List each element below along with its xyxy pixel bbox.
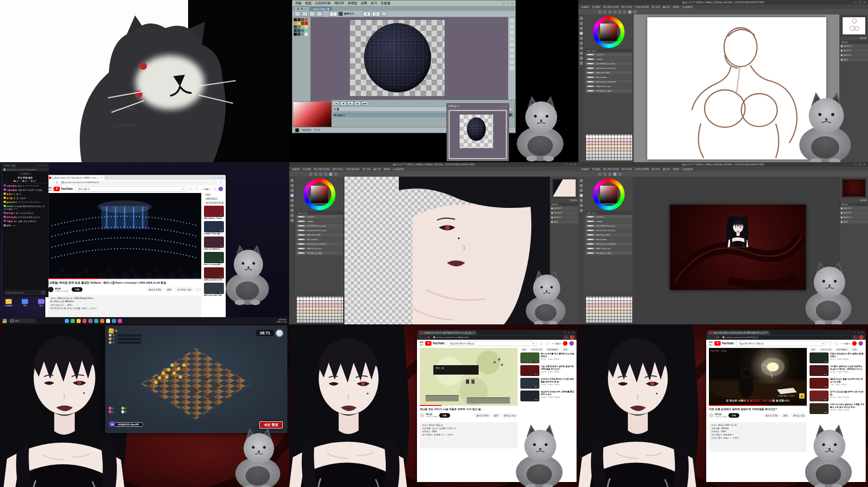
eraser-tool-icon[interactable] (580, 47, 583, 50)
opacity-input[interactable]: 1 (330, 12, 337, 16)
brush-item[interactable]: FN개월 펜선 번짐 (296, 251, 343, 256)
tab-close-icon[interactable]: × (473, 332, 475, 334)
brush-item[interactable]: scrbble (296, 219, 343, 224)
palette-swatch[interactable] (294, 29, 297, 32)
menu-item[interactable]: 필터(I) (663, 5, 670, 9)
chat-nickname[interactable]: 밤수집가 (6, 212, 15, 214)
channel-avatar[interactable] (48, 287, 53, 292)
user-avatar[interactable] (858, 341, 863, 346)
brush-item[interactable]: RAW Classic pen (585, 246, 632, 251)
layer-row[interactable]: 레이어 3 (840, 44, 868, 48)
filter-chip[interactable]: 나머지 쇼츠 (819, 348, 833, 351)
mic-icon[interactable] (194, 187, 199, 191)
layer-row[interactable]: 용지 (840, 58, 868, 62)
layer-visibility-icon[interactable] (841, 212, 843, 214)
create-button[interactable]: ＋ 만들기 (841, 342, 850, 345)
gradient-tool-icon[interactable] (580, 57, 583, 60)
brush-item[interactable]: smooth 2 (296, 215, 343, 219)
menu-item[interactable]: 선택 범위(S) (635, 5, 649, 9)
color-square[interactable] (600, 186, 617, 203)
palette-swatch[interactable] (297, 18, 301, 21)
command-icon[interactable] (633, 10, 636, 14)
text-tool-icon[interactable] (291, 219, 294, 222)
clear-search-icon[interactable]: × (533, 342, 534, 345)
filter-chip[interactable]: 추천 (562, 348, 569, 351)
search-button[interactable] (828, 341, 833, 346)
color-square[interactable] (600, 24, 617, 41)
menu-item[interactable]: 표시(V) (651, 5, 659, 9)
pen-tool-icon[interactable] (580, 32, 583, 35)
video-thumbnail[interactable]: 8:55 (204, 252, 224, 263)
action-button[interactable]: 좋아요 4.4천 (146, 287, 163, 292)
taskbar-app-icon[interactable] (65, 319, 69, 323)
move-tool-icon[interactable] (291, 184, 294, 187)
tab-sprite-0001[interactable]: Sprite-0001 (310, 7, 332, 11)
video-player-concert[interactable] (48, 193, 201, 279)
color-picker-gradient[interactable] (293, 101, 332, 127)
menu-item[interactable]: 레이어(L) (621, 168, 632, 171)
pixel-perfect-toggle[interactable] (381, 11, 387, 16)
layer-row[interactable]: 레이어 2 (840, 211, 868, 215)
chat-input[interactable]: 채팅을 입력해주세요 (4, 290, 47, 295)
extensions-icon[interactable] (564, 335, 568, 340)
tab-close-icon[interactable]: × (767, 332, 768, 334)
palette-swatch[interactable] (301, 22, 304, 25)
palette-swatch[interactable] (297, 29, 301, 32)
profile-icon[interactable] (570, 335, 574, 340)
related-video[interactable]: 22:07 당신에게 빙의한 저주, 문화재를 훔친 SCP 이야기데다인 · … (520, 391, 575, 401)
layer-row[interactable]: 레이어 2 (840, 48, 868, 53)
video-thumbnail[interactable]: 16:20 (810, 391, 829, 401)
command-icon[interactable] (618, 173, 621, 176)
related-video[interactable]: 8:55 Rain's Coming 월드투어 직캠 (204, 252, 224, 265)
preview-window-controls[interactable]: ▫ ▫ × (500, 105, 507, 108)
video-player-rpg[interactable]: 보는 내 (420, 348, 518, 406)
pencil-tool-icon[interactable] (509, 30, 514, 35)
csp-canvas[interactable] (344, 177, 550, 324)
search-button[interactable] (188, 187, 193, 191)
brush-item[interactable]: AOPaintery Oil-Style B (585, 242, 632, 246)
move-tool-icon[interactable] (509, 60, 514, 64)
command-icon[interactable] (324, 173, 327, 176)
palette-swatch[interactable] (294, 22, 297, 25)
menu-item[interactable]: 창(W) (383, 168, 390, 171)
chat-message-list[interactable]: 고등어참치매구나 ㅋㅋㅋㅋㅋㅋㅋ그늘진달밤사물 제작 스티콘 기사였음윤정이오 … (2, 183, 48, 289)
palette-swatch[interactable] (305, 25, 308, 29)
url-field[interactable]: youtube.com/watch?v=2N7XPFDgc8 (720, 336, 852, 339)
zoom-tool-icon[interactable] (509, 54, 514, 58)
video-thumbnail[interactable]: 22:07 (520, 391, 539, 401)
related-video[interactable]: 21:46 야밤의 영안실에서 혼자 일했던 썰 풀어본다데다인 · 조회수 3… (810, 352, 864, 363)
menu-item[interactable]: 편집 (305, 1, 311, 5)
palette-swatch[interactable] (305, 29, 308, 32)
menu-item[interactable]: 애니메이션(A) (603, 5, 619, 9)
url-field[interactable]: youtube.com/watch?v=vd8RgfxGbFw (431, 336, 563, 339)
chat-nickname[interactable]: 고등어참치 (6, 185, 17, 187)
select-tool-icon[interactable] (580, 189, 583, 192)
menu-item[interactable]: 레이어 (335, 1, 344, 5)
video-thumbnail[interactable]: 5:08 (204, 236, 224, 248)
video-player-horror[interactable]: 야간 근무 · 사무실 서류함 확인 + 보내기 ▤ 곧 당신은 사람이 좀 쓸… (709, 348, 807, 406)
taskbar-app-icon[interactable] (71, 319, 75, 323)
command-icon[interactable] (598, 10, 601, 14)
description-box[interactable]: 조회수 12만회 10일 전게임이름 : 당신이 상상을 두지합니다제작연도 :… (420, 422, 518, 448)
tool-button[interactable] (309, 11, 315, 16)
notifications-bell-icon[interactable] (563, 341, 567, 346)
gear-icon[interactable] (41, 291, 45, 294)
menu-item[interactable]: 스프라이트 (315, 1, 331, 5)
chat-zoom-pill[interactable]: − 100% + (18, 172, 32, 175)
menu-item[interactable]: 애니메이션(A) (314, 168, 330, 171)
menu-item[interactable]: 도움말 (381, 1, 390, 5)
command-icon[interactable] (319, 173, 322, 176)
tab-close-icon[interactable]: × (305, 8, 306, 10)
layer-row[interactable]: 레이어 1 (840, 53, 868, 58)
window-controls[interactable]: — □ × (502, 2, 514, 5)
brush-item[interactable]: smooth 2 (585, 53, 632, 57)
notifications-bell-icon[interactable] (852, 341, 857, 346)
color-square[interactable] (311, 186, 328, 203)
back-icon[interactable]: ← (708, 336, 711, 339)
menu-item[interactable]: 애니메이션(A) (603, 168, 619, 171)
palette-swatch[interactable] (301, 29, 304, 32)
end-session-button[interactable]: 세션 종료 (259, 421, 283, 429)
filter-chip[interactable]: 전부 (520, 348, 528, 351)
window-controls[interactable]: — □ × (564, 331, 575, 334)
menu-item[interactable]: 파일(F) (581, 168, 589, 171)
